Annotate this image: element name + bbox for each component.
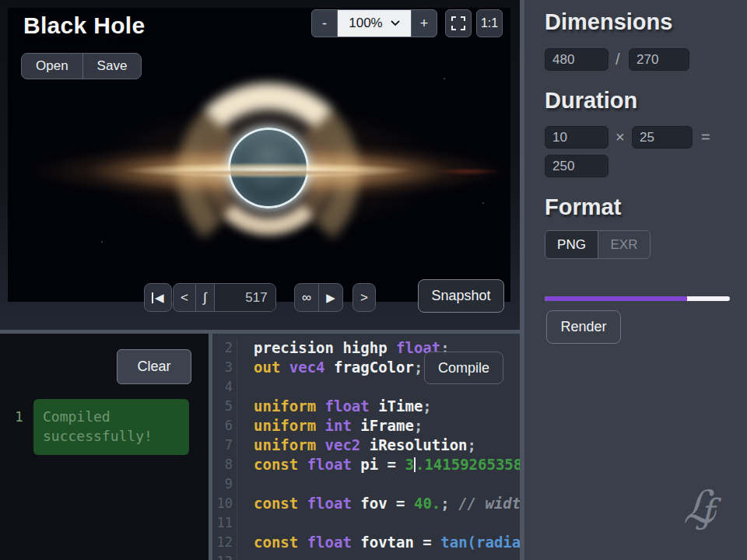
author-logo: ℒ ƒ xyxy=(679,481,733,543)
code-line[interactable]: 6uniform int iFrame; xyxy=(212,416,520,436)
line-number: 5 xyxy=(212,397,237,416)
code-text: uniform float iTime; xyxy=(237,397,432,416)
code-line[interactable]: 5uniform float iTime; xyxy=(212,397,520,416)
log-line-number: 1 xyxy=(15,408,23,425)
line-number: 10 xyxy=(212,494,237,513)
preview-panel: Black Hole Open Save - 100% + xyxy=(0,0,520,330)
skip-start-group: ◀ xyxy=(144,283,172,312)
integrate-button[interactable]: ∫ xyxy=(195,284,214,311)
code-line[interactable]: 10const float fov = 40.; // width xyxy=(212,494,520,513)
clear-button[interactable]: Clear xyxy=(117,349,191,384)
code-text: const float fovtan = tan(radians(fov xyxy=(237,533,520,552)
code-text xyxy=(237,474,254,494)
step-back-button[interactable]: < xyxy=(174,284,195,311)
code-line[interactable]: 9 xyxy=(212,474,520,494)
play-button[interactable]: ▶ xyxy=(318,284,342,311)
code-text: precision highp float; xyxy=(237,338,450,358)
zoom-control-group: - 100% + xyxy=(311,9,437,37)
logo-glyph-f: ƒ xyxy=(700,492,713,531)
render-progress-bar xyxy=(545,296,730,301)
open-button[interactable]: Open xyxy=(22,54,82,79)
render-button[interactable]: Render xyxy=(546,310,621,344)
code-line[interactable]: 12const float fovtan = tan(radians(fov xyxy=(212,533,520,552)
code-line[interactable]: 7uniform vec2 iResolution; xyxy=(212,436,520,455)
frame-step-group: < ∫ xyxy=(173,283,276,312)
zoom-in-button[interactable]: + xyxy=(412,10,437,37)
code-text: const float fov = 40.; // width xyxy=(237,494,520,513)
one-to-one-button[interactable]: 1:1 xyxy=(476,9,503,37)
line-number: 7 xyxy=(212,436,237,455)
duration-seconds-input[interactable] xyxy=(545,126,608,149)
code-editor[interactable]: 2precision highp float;3out vec4 fragCol… xyxy=(212,334,520,560)
skip-triangle-icon: ◀ xyxy=(155,291,164,305)
save-button[interactable]: Save xyxy=(82,54,142,79)
duration-fps-input[interactable] xyxy=(632,126,693,149)
loop-infinite-button[interactable]: ∞ xyxy=(295,284,318,311)
compile-success-message: Compiled successfully! xyxy=(33,399,189,455)
code-text: const float pi = 3.14159265358979 xyxy=(237,455,520,474)
one-to-one-label: 1:1 xyxy=(481,16,498,30)
file-button-group: Open Save xyxy=(21,53,142,79)
app-window: Black Hole Open Save - 100% + xyxy=(0,0,747,560)
height-input[interactable] xyxy=(629,48,689,71)
snapshot-button[interactable]: Snapshot xyxy=(418,279,504,313)
line-number: 2 xyxy=(212,338,237,358)
code-text: uniform vec2 iResolution; xyxy=(237,436,476,455)
step-forward-button[interactable]: > xyxy=(353,284,375,311)
code-line[interactable]: 13 xyxy=(212,552,520,560)
zoom-out-button[interactable]: - xyxy=(312,10,337,37)
total-frames-input[interactable] xyxy=(545,155,608,177)
code-line[interactable]: 8const float pi = 3.14159265358979 xyxy=(212,455,520,474)
format-heading: Format xyxy=(545,194,621,220)
line-number: 13 xyxy=(212,552,237,560)
fullscreen-button[interactable] xyxy=(445,9,472,37)
format-option-exr[interactable]: EXR xyxy=(598,231,650,258)
accretion-disk-red-edge xyxy=(434,168,501,175)
code-text: out vec4 fragColor; xyxy=(237,358,423,377)
width-input[interactable] xyxy=(545,48,608,71)
star xyxy=(444,78,445,79)
dimensions-separator: / xyxy=(615,51,620,68)
line-number: 11 xyxy=(212,513,237,533)
accretion-disk-dust-lane xyxy=(148,170,391,176)
dimensions-heading: Dimensions xyxy=(545,9,672,35)
code-line[interactable]: 11 xyxy=(212,513,520,533)
line-number: 4 xyxy=(212,377,237,397)
line-number: 8 xyxy=(212,455,237,474)
line-number: 6 xyxy=(212,416,237,436)
play-group: ∞ ▶ xyxy=(294,283,343,312)
render-sidebar: Dimensions / Duration × = Format PNG EXR… xyxy=(524,0,747,560)
multiply-sign: × xyxy=(615,128,625,146)
code-text xyxy=(237,377,254,397)
skip-bar-icon xyxy=(152,292,153,303)
shader-preview-canvas[interactable] xyxy=(8,8,510,302)
console-panel: Clear 1 Compiled successfully! xyxy=(0,334,209,560)
compile-button[interactable]: Compile xyxy=(424,352,503,384)
step-forward-group: > xyxy=(352,283,376,312)
format-segmented-control: PNG EXR xyxy=(545,230,651,259)
line-number: 9 xyxy=(212,474,237,494)
code-text xyxy=(237,513,254,533)
code-text: uniform int iFrame; xyxy=(237,416,423,436)
line-number: 3 xyxy=(212,358,237,377)
main-column: Black Hole Open Save - 100% + xyxy=(0,0,520,560)
line-number: 12 xyxy=(212,533,237,552)
skip-to-start-button[interactable]: ◀ xyxy=(145,284,171,311)
format-option-png[interactable]: PNG xyxy=(545,231,598,258)
page-title: Black Hole xyxy=(23,12,145,39)
code-text xyxy=(237,552,254,560)
zoom-level-select[interactable]: 100% xyxy=(337,10,412,37)
zoom-level-value: 100% xyxy=(349,16,382,31)
render-progress-fill xyxy=(545,296,687,301)
duration-heading: Duration xyxy=(545,88,637,114)
fullscreen-icon xyxy=(451,16,465,30)
equals-sign: = xyxy=(701,128,710,146)
chevron-down-icon xyxy=(391,20,400,26)
frame-number-input[interactable] xyxy=(214,284,275,311)
